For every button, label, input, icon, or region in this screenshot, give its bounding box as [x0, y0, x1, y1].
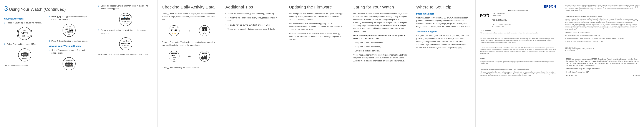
svg-text:6821: 6821 [202, 28, 207, 31]
svg-text:5:37 5.13ᴹᴵ 0:49: 5:37 5.13ᴹᴵ 0:49 [122, 21, 130, 22]
copyright-text: © 2017 Epson America, Inc., 5/17 [566, 71, 640, 73]
epson-logo: EPSON [480, 4, 556, 8]
body-text: Press 🄱 back to display the previous scr… [162, 66, 217, 69]
svg-text:12:52: 12:52 [171, 29, 177, 32]
panel-history-continued: 2Select the desired workout and then pre… [94, 0, 158, 127]
svg-text:✓Certification: ✓Certification [66, 66, 73, 67]
svg-text:⤴ 2.9ᴹᴵ: ⤴ 2.9ᴹᴵ [172, 57, 176, 58]
svg-text:◄Save►: ◄Save► [22, 54, 28, 55]
section-title: 3Using Your Watch (Continued) [4, 4, 90, 12]
emc-heading: **Explanation of the (EMC-Demand) part o… [565, 16, 604, 17]
measure-item: —Reorient or relocate the receiving ante… [565, 32, 640, 34]
caption-text: The workout summary appears. [4, 64, 45, 67]
svg-text:ᵖᵃᶜᵉ 5261: ᵖᵃᶜᵉ 5261 [121, 42, 130, 45]
body-text: Visit www.epson.com/support (U.S.) or ww… [416, 16, 471, 28]
step-item: 4Press 🄳 Enter to return to the Time scr… [49, 40, 90, 42]
svg-text:4/9 — 4/15: 4/9 — 4/15 [202, 59, 206, 60]
panel-help: Where to Get Help Internet Support Visit… [412, 0, 476, 127]
svg-text:16km: 16km [124, 47, 127, 48]
svg-text:Steps: Steps [203, 53, 206, 54]
section-title: Caring for Your Watch [352, 4, 408, 10]
measure-item: —Increase the separation between the equ… [565, 35, 640, 36]
svg-text:9:31: 9:31 [22, 35, 25, 37]
svg-rect-71 [206, 55, 207, 59]
saving-workout-heading: Saving a Workout [4, 18, 45, 20]
fcc-heading: FCC /IC Statement [480, 29, 491, 31]
svg-text:⚙Settings: ⚙Settings [22, 58, 28, 59]
section-title: Where to Get Help [416, 4, 471, 10]
measure-item: —Consult the dealer or an experienced ra… [565, 40, 640, 42]
body-text: Your ProSense product is made from mater… [352, 12, 408, 33]
panel-certification: EPSON Certification information FC GPS S… [476, 0, 560, 127]
panel-caring: Caring for Your Watch Your ProSense prod… [348, 0, 412, 127]
svg-text:⤴ 2.9ᴹᴵ: ⤴ 2.9ᴹᴵ [203, 32, 206, 33]
svg-text:⚑ 4/15: ⚑ 4/15 [68, 26, 71, 27]
svg-text:5261: 5261 [21, 32, 28, 35]
watch-illustration: Steps6821⤴ 2.9ᴹᴵ14:56 [197, 24, 212, 38]
body-text: You can also visit www.epson.com/support… [289, 22, 344, 31]
fcc-logo-icon: FC [480, 13, 489, 20]
svg-text:WORKOUT: WORKOUT [122, 15, 129, 16]
svg-rect-67 [202, 56, 203, 59]
care-item: Keep your product and skin dry. [352, 45, 408, 48]
svg-text:👟 4/15: 👟 4/15 [124, 17, 128, 18]
panel-additional-tips: Additional Tips To turn the watch on or … [221, 0, 285, 127]
trademark-text: EPSON is a registered trademark and EPSO… [566, 58, 640, 66]
svg-text:C: C [31, 31, 32, 32]
address-text: Epson America , Inc. 3840 Kilroy Airport… [565, 46, 640, 52]
svg-rect-68 [203, 58, 204, 59]
arrow-icon: ➔ [188, 29, 191, 33]
cpd-text: CPD-54145 [632, 74, 640, 76]
svg-text:14:56: 14:56 [203, 33, 206, 34]
svg-text:🦶 🔥 🌙: 🦶 🔥 🌙 [172, 32, 176, 34]
caution-text: Changes or modifications not expressly a… [480, 61, 556, 64]
body-text: Press 🄰 up on the Time screen to display… [162, 12, 217, 21]
svg-text:Delete: Delete [23, 56, 27, 57]
svg-text:.41: .41 [28, 36, 29, 37]
step-item: 2Select Save and then press 🄳 Enter. [4, 43, 45, 46]
care-item: Keep your product and skin clean. [352, 41, 408, 44]
svg-text:Resume: Resume [22, 52, 27, 53]
panel-firmware: Updating the Firmware You can update you… [285, 0, 348, 127]
tip-item: To return to the Time Screen at any time… [225, 16, 280, 22]
watch-illustration: ⚑ 4/159:58~10:49ᵖᵃᶜᵉ 5261⏱ 00:59:1116km [60, 23, 78, 38]
model-text: GPS Sports Monitor Model : 4117 [492, 13, 511, 17]
measure-item: —Connect the equipment into an outlet on… [565, 38, 640, 39]
svg-text:4/15: 4/15 [172, 27, 174, 28]
emc-text: Note: This equipment has been tested and… [565, 18, 640, 30]
telephone-support-heading: Telephone Support [416, 30, 471, 33]
svg-text:4:59 5.70ᴹᴵ 0:45: 4:59 5.70ᴹᴵ 0:45 [122, 19, 130, 20]
panel-using-watch: 3Using Your Watch (Continued) Saving a W… [0, 0, 94, 127]
svg-text:A: A [18, 31, 18, 32]
svg-rect-69 [204, 56, 205, 59]
body-text: Proper wear and care of your product is … [352, 54, 408, 62]
svg-text:6821: 6821 [172, 54, 176, 56]
svg-text:14:56: 14:56 [173, 59, 176, 60]
svg-text:B: B [18, 35, 18, 36]
watch-illustration: 0:50.1152619:31.41ABCD [16, 26, 34, 41]
svg-text:24: 24 [178, 30, 180, 32]
step-item: 3Press 🄰 up and 🄱 down to scroll through… [49, 15, 90, 21]
step-item: 1On the Time screen, press 🄳 Enter and s… [49, 49, 90, 55]
svg-rect-70 [206, 56, 206, 59]
svg-text:◄History📋►: ◄History📋► [65, 64, 73, 65]
watch-illustration: 4/15Wed12:5224🦶 🔥 🌙 [166, 24, 182, 38]
svg-text:0:50.11: 0:50.11 [23, 30, 26, 31]
svg-text:Wed: Wed [177, 27, 179, 28]
watch-illustration: ᛒBluetooth®⚙Settings◄History📋►✓Certifica… [60, 56, 78, 71]
svg-point-75 [486, 14, 489, 17]
section-title: Checking Daily Activity Data [162, 4, 217, 10]
watch-illustration: WORKOUT👟 4/154:59 5.70ᴹᴵ 0:455:37 5.13ᴹᴵ… [116, 12, 135, 27]
svg-text:FC: FC [480, 14, 485, 18]
svg-text:Steps: Steps [203, 28, 206, 28]
step-item: 3Press 🄰 up and 🄱 down to scroll through… [98, 29, 153, 35]
svg-text:⏱ 00:59:11: ⏱ 00:59:11 [122, 45, 130, 46]
arrow-icon: ➔ [188, 54, 191, 58]
french-sar-text: Cet équipement est conforme aux limites … [565, 4, 640, 12]
svg-text:16km: 16km [68, 34, 70, 35]
can-text: CAN ICES - 3(B) /NMB-3 (B) IC : 1052F-AP… [492, 23, 511, 28]
step-item: 1Press 🄲 Start/Stop to pause the workout… [4, 22, 45, 24]
body-text: To check the version of the firmware on … [289, 32, 344, 41]
internet-support-heading: Internet Support [416, 12, 471, 15]
svg-text:ᵖᵃᶜᵉ 5261: ᵖᵃᶜᵉ 5261 [65, 28, 74, 31]
